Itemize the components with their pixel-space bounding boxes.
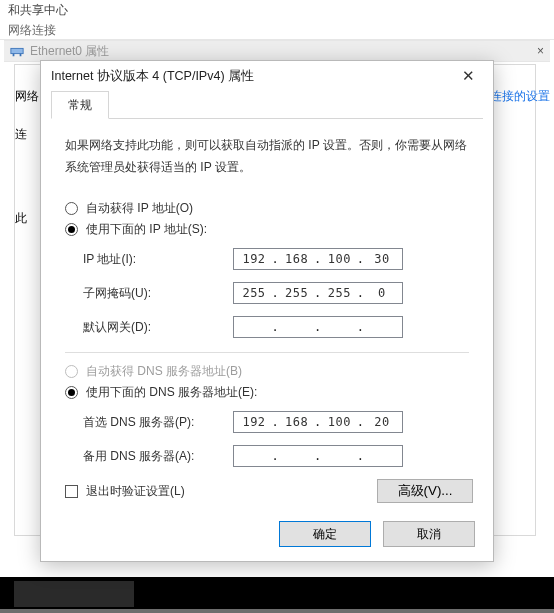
- adapter-props-titlebar: Ethernet0 属性 ×: [4, 40, 550, 62]
- radio-ip-manual-label: 使用下面的 IP 地址(S):: [86, 221, 207, 238]
- dialog-close-button[interactable]: ✕: [452, 63, 485, 89]
- network-adapter-icon: [10, 44, 24, 58]
- breadcrumb-2: 网络连接: [8, 22, 546, 39]
- taskbar-item[interactable]: [14, 581, 134, 607]
- radio-ip-manual[interactable]: 使用下面的 IP 地址(S):: [65, 221, 469, 238]
- label-pref-dns: 首选 DNS 服务器(P):: [83, 414, 233, 431]
- radio-icon: [65, 386, 78, 399]
- radio-icon: [65, 223, 78, 236]
- adapter-close-icon[interactable]: ×: [537, 44, 544, 58]
- description-text: 如果网络支持此功能，则可以获取自动指派的 IP 设置。否则，你需要从网络系统管理…: [65, 135, 469, 178]
- tabstrip: 常规: [51, 91, 483, 119]
- verify-on-exit-label: 退出时验证设置(L): [86, 483, 185, 500]
- svg-rect-1: [13, 54, 15, 57]
- input-ip-address[interactable]: 192. 168. 100. 30: [233, 248, 403, 270]
- radio-icon: [65, 202, 78, 215]
- dialog-titlebar: Internet 协议版本 4 (TCP/IPv4) 属性 ✕: [41, 61, 493, 91]
- explorer-header: 和共享中心 网络连接: [0, 0, 554, 40]
- ipv4-properties-dialog: Internet 协议版本 4 (TCP/IPv4) 属性 ✕ 常规 如果网络支…: [40, 60, 494, 562]
- radio-ip-auto-label: 自动获得 IP 地址(O): [86, 200, 193, 217]
- advanced-button[interactable]: 高级(V)...: [377, 479, 473, 503]
- label-default-gateway: 默认网关(D):: [83, 319, 233, 336]
- label-ip-address: IP 地址(I):: [83, 251, 233, 268]
- label-alt-dns: 备用 DNS 服务器(A):: [83, 448, 233, 465]
- taskbar: [0, 577, 554, 613]
- tab-general[interactable]: 常规: [51, 91, 109, 119]
- input-subnet-mask[interactable]: 255. 255. 255. 0: [233, 282, 403, 304]
- radio-dns-auto: 自动获得 DNS 服务器地址(B): [65, 363, 469, 380]
- cancel-button[interactable]: 取消: [383, 521, 475, 547]
- adapter-props-title: Ethernet0 属性: [30, 43, 109, 60]
- svg-rect-0: [11, 48, 23, 53]
- input-default-gateway[interactable]: . . .: [233, 316, 403, 338]
- label-subnet-mask: 子网掩码(U):: [83, 285, 233, 302]
- dns-group: 自动获得 DNS 服务器地址(B) 使用下面的 DNS 服务器地址(E): 首选…: [65, 363, 469, 467]
- radio-dns-manual[interactable]: 使用下面的 DNS 服务器地址(E):: [65, 384, 469, 401]
- ok-button[interactable]: 确定: [279, 521, 371, 547]
- breadcrumb-1: 和共享中心: [8, 2, 546, 19]
- svg-rect-2: [20, 54, 22, 57]
- radio-dns-auto-label: 自动获得 DNS 服务器地址(B): [86, 363, 242, 380]
- divider: [65, 352, 469, 353]
- radio-ip-auto[interactable]: 自动获得 IP 地址(O): [65, 200, 469, 217]
- ip-group: 自动获得 IP 地址(O) 使用下面的 IP 地址(S): IP 地址(I): …: [65, 200, 469, 338]
- radio-icon: [65, 365, 78, 378]
- radio-dns-manual-label: 使用下面的 DNS 服务器地址(E):: [86, 384, 257, 401]
- dialog-body: 如果网络支持此功能，则可以获取自动指派的 IP 设置。否则，你需要从网络系统管理…: [41, 119, 493, 510]
- dialog-title: Internet 协议版本 4 (TCP/IPv4) 属性: [51, 68, 254, 85]
- input-pref-dns[interactable]: 192. 168. 100. 20: [233, 411, 403, 433]
- checkbox-icon: [65, 485, 78, 498]
- input-alt-dns[interactable]: . . .: [233, 445, 403, 467]
